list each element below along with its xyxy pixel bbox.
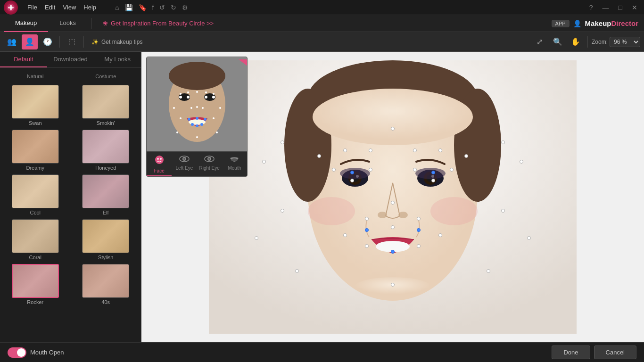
dot-right-brow-1[interactable]: [413, 148, 417, 152]
bookmark-icon[interactable]: 🔖: [139, 4, 147, 11]
dot-top-head[interactable]: [391, 127, 395, 131]
dot-chin-left[interactable]: [295, 269, 299, 273]
main-content: Default Downloaded My Looks Natural Swan…: [0, 52, 644, 342]
face-detect-button[interactable]: 👤: [22, 34, 38, 49]
look-dreamy[interactable]: Dreamy: [4, 130, 67, 171]
dot-nose-left[interactable]: [365, 217, 369, 221]
undo-icon[interactable]: ↺: [159, 4, 165, 11]
dot-mouth-lower-left[interactable]: [365, 244, 369, 248]
dot-right-eye-lower[interactable]: [431, 179, 435, 182]
dot-right-cheek[interactable]: [501, 209, 505, 213]
dot-right-eye-center[interactable]: [431, 171, 435, 174]
dot-mouth-lower-right[interactable]: [417, 244, 421, 248]
dot-forehead-right[interactable]: [501, 140, 505, 144]
dot-left-eye-center[interactable]: [350, 171, 354, 174]
sidebar-tab-mylooks[interactable]: My Looks: [94, 52, 141, 67]
dot-mouth-right[interactable]: [438, 233, 442, 237]
look-coral[interactable]: Coral: [4, 219, 67, 260]
dot-nose-bridge[interactable]: [391, 201, 395, 205]
dot-left-brow-3[interactable]: [369, 148, 372, 152]
mouth-icon: [229, 155, 239, 165]
dot-left-eye-outer[interactable]: [332, 168, 336, 172]
natural-column: Natural Swan Dreamy Cool Coral: [0, 68, 71, 342]
dot-mouth-upper-left[interactable]: [365, 228, 369, 232]
face-tab-right-eye[interactable]: Right Eye: [197, 152, 222, 176]
app-logo: [4, 0, 18, 15]
tab-looks[interactable]: Looks: [48, 15, 87, 32]
save-icon[interactable]: 💾: [125, 4, 133, 11]
header: Makeup Looks ❀ Get Inspiration From Beau…: [0, 15, 644, 32]
toolbar-right: ⤢ 🔍 ✋ Zoom: 96 % 100 % 75 % 50 %: [532, 34, 640, 49]
dot-forehead-left[interactable]: [281, 140, 284, 144]
look-name-smokin: Smokin': [97, 120, 115, 126]
cancel-button[interactable]: Cancel: [594, 346, 636, 359]
pan-button[interactable]: ✋: [568, 34, 584, 49]
sidebar-tab-default[interactable]: Default: [0, 52, 47, 67]
maximize-button[interactable]: □: [616, 3, 625, 12]
dot-chin-right[interactable]: [487, 269, 490, 273]
dot-right-eye-outer[interactable]: [450, 168, 454, 172]
menu-view[interactable]: View: [63, 4, 76, 11]
settings-icon[interactable]: ⚙: [182, 4, 188, 11]
redo-icon[interactable]: ↻: [171, 4, 176, 11]
dot-right-temple[interactable]: [520, 160, 523, 164]
compare-button[interactable]: ⬚: [64, 34, 80, 49]
dot-right-eye-inner[interactable]: [413, 168, 417, 172]
dot-mouth-lower-center[interactable]: [391, 250, 395, 254]
minimize-button[interactable]: —: [600, 3, 612, 12]
dot-left-eye-inner[interactable]: [369, 168, 372, 172]
face-tab-left-eye[interactable]: Left Eye: [172, 152, 197, 176]
look-smokin[interactable]: Smokin': [74, 85, 138, 126]
dot-jaw-left[interactable]: [255, 236, 258, 240]
dot-chin-bottom[interactable]: [391, 283, 395, 287]
makeup-tips[interactable]: ✨ Get makeup tips: [91, 39, 142, 45]
svg-point-37: [179, 96, 182, 99]
look-cool[interactable]: Cool: [4, 174, 67, 215]
menu-edit[interactable]: Edit: [45, 4, 55, 11]
dot-nose-right[interactable]: [417, 217, 421, 221]
zoom-select[interactable]: 96 % 100 % 75 % 50 %: [610, 37, 640, 47]
dot-left-brow-2[interactable]: [343, 148, 347, 152]
dot-left-brow-1[interactable]: [317, 154, 321, 158]
separator-3: [587, 36, 588, 48]
right-eye-icon: [204, 155, 215, 165]
tab-makeup[interactable]: Makeup: [4, 15, 48, 32]
look-stylish[interactable]: Stylish: [74, 219, 138, 260]
dot-mouth-upper-right[interactable]: [417, 228, 421, 232]
face-tab-face[interactable]: Face: [147, 152, 172, 176]
mouth-open-toggle[interactable]: [8, 347, 26, 358]
dot-right-brow-3[interactable]: [464, 154, 468, 158]
user-icon[interactable]: 👤: [573, 20, 581, 27]
face-tab-mouth[interactable]: Mouth: [222, 152, 247, 176]
dot-mouth-upper-center[interactable]: [391, 225, 395, 229]
people-button[interactable]: 👥: [4, 34, 20, 49]
look-elf[interactable]: Elf: [74, 174, 138, 215]
menu-help[interactable]: Help: [83, 4, 96, 11]
dot-jaw-right[interactable]: [527, 236, 531, 240]
app-badge[interactable]: APP: [552, 20, 570, 27]
facebook-icon[interactable]: f: [152, 4, 154, 11]
search-button[interactable]: 🔍: [550, 34, 566, 49]
done-button[interactable]: Done: [552, 346, 590, 359]
look-40s[interactable]: 40s: [74, 264, 138, 305]
face-tab-mouth-label: Mouth: [228, 165, 241, 171]
svg-point-54: [216, 132, 218, 133]
sidebar-tab-downloaded[interactable]: Downloaded: [47, 52, 94, 67]
menu-bar: File Edit View Help: [27, 4, 96, 11]
svg-point-46: [190, 107, 192, 109]
menu-file[interactable]: File: [27, 4, 37, 11]
history-button[interactable]: 🕐: [40, 34, 56, 49]
fullscreen-button[interactable]: ⤢: [532, 34, 548, 49]
look-swan[interactable]: Swan: [4, 85, 67, 126]
help-button[interactable]: ?: [586, 3, 596, 12]
beauty-circle-button[interactable]: ❀ Get Inspiration From Beauty Circle >>: [95, 20, 221, 27]
home-icon[interactable]: ⌂: [115, 4, 119, 11]
dot-mouth-left[interactable]: [343, 233, 347, 237]
dot-left-cheek[interactable]: [281, 209, 284, 213]
dot-left-eye-lower[interactable]: [350, 179, 354, 182]
dot-right-brow-2[interactable]: [438, 148, 442, 152]
look-rocker[interactable]: Rocker: [4, 264, 67, 305]
look-honeyed[interactable]: Honeyed: [74, 130, 138, 171]
dot-left-temple[interactable]: [262, 160, 266, 164]
close-button[interactable]: ✕: [629, 3, 640, 12]
